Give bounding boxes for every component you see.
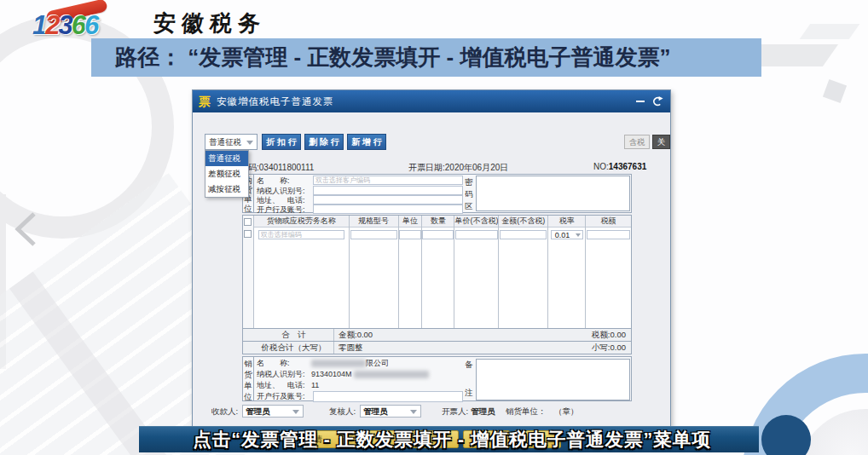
logo-digit: 2 [45, 10, 58, 40]
buyer-address-row: 地址、 电话: [257, 195, 311, 204]
invoice-date: 开票日期:2020年06月20日 [408, 162, 508, 174]
close-toggle-button[interactable]: 关 [652, 135, 670, 149]
total-words-value: 零圆整 [339, 342, 363, 354]
totals-amount: 金额:0.00 [339, 329, 373, 341]
restore-icon[interactable] [651, 95, 663, 107]
checkbox-column [243, 216, 254, 328]
tax-mode-select[interactable]: 普通征税 [205, 134, 258, 150]
invoice-number: NO:14367631 [593, 162, 646, 171]
goods-name-input[interactable] [258, 230, 344, 239]
dropdown-option-reduced[interactable]: 减按征税 [205, 181, 248, 197]
total-in-words-row: 价税合计（大写） 零圆整 小写:0.00 [242, 342, 632, 354]
column-unit-price: 单价(不含税) [454, 216, 499, 328]
tax-included-toggle[interactable]: 含税 [624, 135, 650, 149]
column-header: 数量 [422, 216, 454, 228]
column-tax-rate: 税率 0.01 [548, 216, 586, 328]
buyer-bank-row: 开户行及账号: [257, 204, 311, 214]
drawer-value: 管理员 [471, 405, 495, 418]
dropdown-option-difference[interactable]: 差额征税 [205, 166, 248, 181]
row-checkbox[interactable] [244, 218, 252, 226]
decor-square [823, 79, 847, 103]
payee-label: 收款人: [211, 405, 238, 418]
reviewer-select[interactable]: 管理员 [360, 405, 421, 418]
totals-label: 合 计 [254, 329, 334, 341]
password-area-box [476, 176, 630, 211]
chevron-left-icon [10, 210, 41, 252]
totals-tax: 税额:0.00 [592, 329, 626, 341]
unit-price-input[interactable] [455, 230, 498, 239]
discount-row-button[interactable]: 折 扣 行 [262, 134, 301, 150]
column-goods-name: 货物或应税劳务名称 [254, 216, 350, 328]
spec-input[interactable] [350, 230, 397, 239]
path-banner: 路径： “发票管理 - 正数发票填开 - 增值税电子普通发票” [91, 38, 761, 77]
dropdown-option-ordinary[interactable]: 普通征税 [205, 151, 248, 166]
window-titlebar[interactable]: 票 安徽增值税电子普通发票 [193, 90, 670, 112]
redacted-blur [354, 371, 429, 378]
window-title: 安徽增值税电子普通发票 [217, 90, 334, 112]
quantity-input[interactable] [422, 230, 454, 239]
seller-address-value: 11 [311, 381, 319, 389]
chevron-down-icon [292, 410, 299, 414]
items-table: 货物或应税劳务名称 规格型号 单位 数量 单价(不含税) 金额(不含税) [242, 215, 632, 329]
tax-input[interactable] [587, 230, 630, 239]
screenshot-stage: 12366 安徽税务 路径： “发票管理 - 正数发票填开 - 增值税电子普通发… [0, 0, 868, 455]
column-spec: 规格型号 [350, 216, 399, 328]
seller-name-row: 名 称:限公司 [257, 358, 389, 369]
payee-select[interactable]: 管理员 [242, 405, 304, 418]
path-banner-text: 路径： “发票管理 - 正数发票填开 - 增值税电子普通发票” [115, 38, 670, 77]
logo-digit: 6 [72, 10, 84, 40]
buyer-bank-label: 开户行及账号: [257, 204, 311, 216]
seller-name-label: 名 称: [257, 358, 311, 369]
seller-section: 销货单位 名 称:限公司 纳税人识别号:91340104M 地址、 电话:11 … [242, 356, 632, 401]
total-figures-value: 小写:0.00 [592, 342, 626, 354]
tax-rate-value: 0.01 [555, 231, 570, 239]
hotline-logo: 12366 安徽税务 [26, 2, 281, 43]
add-row-button[interactable]: 新 增 行 [347, 134, 386, 150]
minimize-icon[interactable] [636, 101, 645, 102]
seller-bank-input[interactable] [313, 391, 463, 402]
totals-row: 合 计 金额:0.00 税额:0.00 [242, 329, 632, 342]
redacted-blur [311, 360, 366, 367]
seller-taxid-visible: 91340104M [311, 370, 352, 378]
column-quantity: 数量 [422, 216, 454, 328]
seller-bank-label: 开户行及账号: [257, 391, 311, 402]
buyer-name-row: 名 称: [257, 176, 311, 185]
tax-rate-select[interactable]: 0.01 [551, 230, 583, 239]
drawer-label: 开票人: [442, 405, 468, 418]
row-checkbox[interactable] [244, 230, 252, 238]
column-header: 税率 [548, 216, 585, 228]
invoice-number-value: 14367631 [609, 162, 647, 171]
remark-box[interactable] [476, 359, 630, 400]
seller-bank-row: 开户行及账号: [257, 391, 311, 402]
buyer-address-input[interactable] [313, 195, 463, 204]
remark-label-bottom: 注 [464, 388, 474, 399]
buyer-taxid-input[interactable] [313, 186, 463, 195]
logo-12366: 12366 [32, 10, 97, 41]
seller-seal-label: 销货单位： （章） [506, 405, 579, 418]
column-header: 规格型号 [350, 216, 398, 228]
column-header: 税额 [586, 216, 631, 228]
password-area-label: 密码区 [464, 176, 474, 212]
unit-input[interactable] [399, 230, 422, 239]
column-header: 单价(不含税) [454, 216, 498, 228]
delete-row-button[interactable]: 删 除 行 [304, 134, 344, 150]
remark-label: 备注 [464, 360, 474, 399]
caption-text: 点击“发票管理 - 正数发票填开 - 增值税电子普通发票”菜单项 [128, 427, 776, 452]
column-header: 单位 [399, 216, 422, 228]
seller-address-label: 地址、 电话: [257, 380, 311, 391]
buyer-bank-input[interactable] [313, 204, 463, 214]
seller-taxid-label: 纳税人识别号: [257, 369, 311, 380]
brand-name: 安徽税务 [153, 9, 267, 38]
column-unit: 单位 [399, 216, 423, 328]
reviewer-value: 管理员 [363, 406, 388, 417]
seller-name-visible: 限公司 [366, 359, 389, 367]
seller-side-label: 销货单位 [243, 357, 254, 400]
chevron-down-icon [246, 141, 253, 145]
logo-digit: 3 [59, 10, 72, 40]
decor-stripe [800, 24, 860, 39]
amount-input[interactable] [500, 230, 547, 239]
invoice-app-icon: 票 [199, 95, 211, 108]
invoice-number-label: NO: [593, 162, 609, 171]
payee-value: 管理员 [246, 406, 270, 417]
buyer-name-input[interactable] [313, 176, 463, 185]
